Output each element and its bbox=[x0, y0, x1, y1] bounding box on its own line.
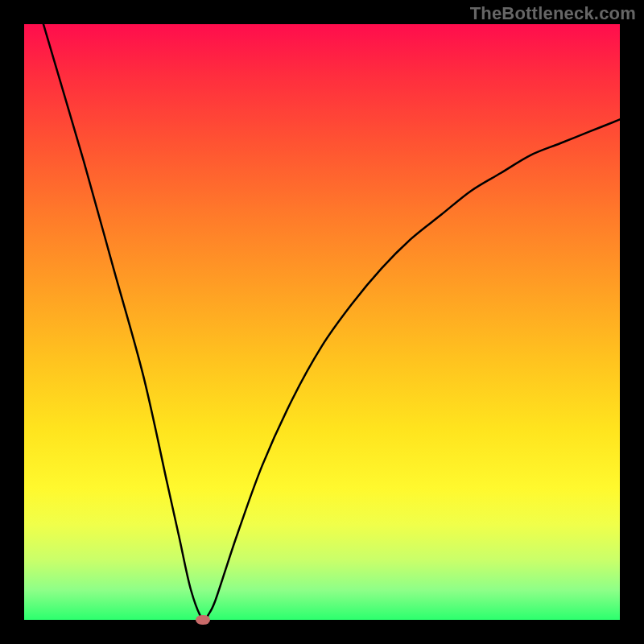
curve-svg bbox=[24, 24, 620, 620]
bottleneck-curve bbox=[24, 0, 620, 621]
plot-area bbox=[24, 24, 620, 620]
minimum-marker bbox=[196, 615, 210, 625]
watermark-text: TheBottleneck.com bbox=[470, 3, 636, 24]
chart-container: TheBottleneck.com bbox=[0, 0, 644, 644]
